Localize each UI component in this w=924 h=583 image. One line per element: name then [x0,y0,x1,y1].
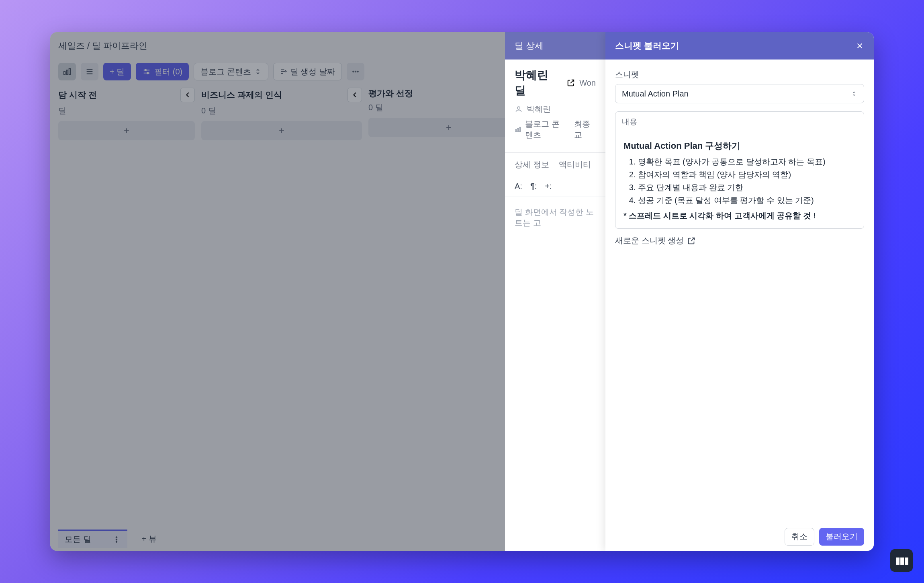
content-note: * 스프레드 시트로 시각화 하여 고객사에게 공유할 것 ! [623,209,856,222]
content-item: 주요 단계별 내용과 완료 기한 [638,181,856,194]
chevron-updown-icon [851,90,857,97]
close-icon[interactable] [855,41,864,50]
snippet-panel: 스니펫 불러오기 스니펫 Mutual Action Plan 내용 Mutua… [605,32,874,551]
svg-rect-23 [517,128,519,131]
content-item: 명확한 목표 (양사가 공통으로 달성하고자 하는 목표) [638,155,856,168]
content-label: 내용 [615,112,864,132]
logo-icon: ▮▮▮ [895,555,908,566]
editor-text-style[interactable]: A: [515,182,522,191]
deal-tabs: 상세 정보 액티비티 [505,153,605,176]
snippet-body: 스니펫 Mutual Action Plan 내용 Mutual Action … [605,60,874,522]
external-link-icon [687,236,696,245]
user-icon [515,105,523,113]
deal-person: 박혜린 [527,104,551,115]
app-window: 세일즈 / 딜 파이프라인 + 딜 필터 (0) 블로그 콘텐츠 [50,32,874,551]
confirm-button[interactable]: 불러오기 [819,528,864,546]
deal-category: 블로그 콘텐츠 [525,119,566,140]
deal-panel-header: 딜 상세 [505,32,605,60]
deal-status: Won [579,78,596,88]
svg-rect-24 [519,127,521,132]
snippet-header: 스니펫 불러오기 [605,32,874,60]
deal-title: 박혜린 딜 [515,68,562,98]
note-hint: 딜 화면에서 작성한 노트는 고 [505,197,605,551]
snippet-footer: 취소 불러오기 [605,522,874,551]
new-snippet-link[interactable]: 새로운 스니펫 생성 [615,235,696,246]
content-item: 참여자의 역할과 책임 (양사 담당자의 역할) [638,168,856,181]
content-title: Mutual Action Plan 구성하기 [623,139,856,153]
content-list: 명확한 목표 (양사가 공통으로 달성하고자 하는 목표) 참여자의 역할과 책… [623,155,856,207]
new-snippet-label: 새로운 스니펫 생성 [615,235,684,246]
cancel-button[interactable]: 취소 [785,528,814,546]
snippet-select-value: Mutual Action Plan [622,89,689,99]
editor-toolbar: A: ¶: +: [505,176,605,197]
deal-final: 최종 교 [574,119,596,140]
deal-detail-panel: 딜 상세 박혜린 딜 Won 박혜린 블로그 콘텐츠 최종 교 상세 정보 액티… [505,32,605,551]
svg-rect-22 [515,129,517,131]
editor-insert[interactable]: +: [545,182,552,191]
snippet-field-label: 스니펫 [615,69,864,80]
content-item: 성공 기준 (목표 달성 여부를 평가할 수 있는 기준) [638,194,856,207]
tab-detail[interactable]: 상세 정보 [515,159,549,176]
snippet-content-box: 내용 Mutual Action Plan 구성하기 명확한 목표 (양사가 공… [615,111,864,229]
brand-logo[interactable]: ▮▮▮ [890,549,913,572]
tab-activity[interactable]: 액티비티 [559,159,591,176]
snippet-select[interactable]: Mutual Action Plan [615,84,864,103]
editor-paragraph[interactable]: ¶: [530,182,537,191]
snippet-header-title: 스니펫 불러오기 [615,40,679,52]
svg-point-21 [517,107,520,109]
chart-icon [515,125,521,133]
content-body: Mutual Action Plan 구성하기 명확한 목표 (양사가 공통으로… [615,132,864,228]
external-link-icon[interactable] [566,78,575,87]
